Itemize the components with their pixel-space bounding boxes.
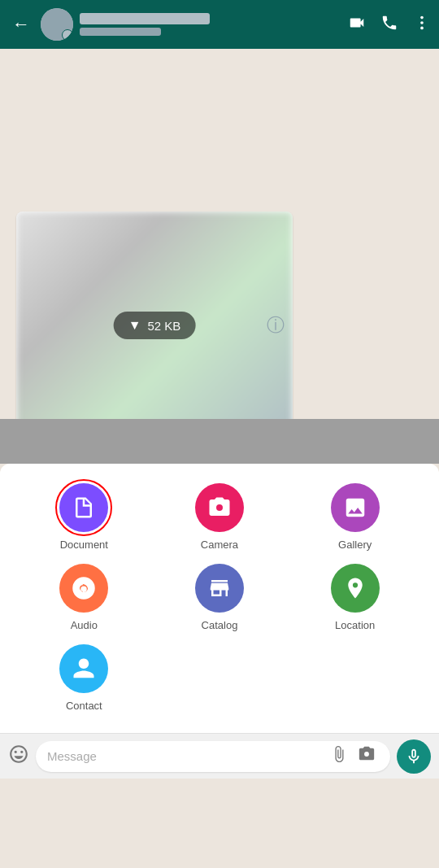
message-input-bar: Message <box>36 741 390 772</box>
attachment-item-contact[interactable]: Contact <box>16 644 152 712</box>
svg-point-2 <box>420 26 424 29</box>
mic-button[interactable] <box>397 739 431 774</box>
contact-name <box>80 13 210 24</box>
back-button[interactable]: ← <box>8 10 34 39</box>
download-arrow-icon: ▼ <box>128 318 141 333</box>
info-icon[interactable]: ⓘ <box>267 313 285 338</box>
catalog-icon-wrap <box>195 564 244 613</box>
voice-call-icon[interactable] <box>380 14 398 36</box>
attachment-item-gallery[interactable]: Gallery <box>287 483 423 551</box>
download-badge[interactable]: ▼ 52 KB <box>114 312 196 339</box>
camera-input-icon[interactable] <box>354 744 379 769</box>
document-icon-wrap <box>59 483 108 532</box>
emoji-button[interactable] <box>8 744 29 770</box>
gallery-label: Gallery <box>338 539 372 551</box>
video-call-icon[interactable] <box>348 14 366 36</box>
attachment-item-audio[interactable]: Audio <box>16 564 152 631</box>
bottom-bar: Message <box>0 733 439 779</box>
svg-point-1 <box>420 21 424 24</box>
download-size: 52 KB <box>147 319 180 333</box>
audio-icon-wrap <box>59 564 108 613</box>
svg-point-0 <box>420 15 424 19</box>
document-label: Document <box>60 539 108 551</box>
contact-status <box>80 28 161 36</box>
input-icons <box>327 744 379 769</box>
attachment-item-location[interactable]: Location <box>287 564 423 631</box>
audio-label: Audio <box>71 619 98 631</box>
gray-bar <box>0 419 439 464</box>
contact-info[interactable] <box>80 13 341 36</box>
avatar[interactable] <box>41 8 73 41</box>
message-placeholder[interactable]: Message <box>47 749 327 763</box>
attachment-grid: Document Camera Gallery Audio <box>16 483 423 712</box>
attachment-item-document[interactable]: Document <box>16 483 152 551</box>
location-label: Location <box>335 619 375 631</box>
contact-label: Contact <box>66 700 102 712</box>
camera-icon-wrap <box>195 483 244 532</box>
gallery-icon-wrap <box>331 483 380 532</box>
attachment-panel: Document Camera Gallery Audio <box>0 464 439 733</box>
attachment-item-catalog[interactable]: Catalog <box>152 564 288 631</box>
location-icon-wrap <box>331 564 380 613</box>
attachment-item-camera[interactable]: Camera <box>152 483 288 551</box>
avatar-badge <box>62 29 73 41</box>
chat-header: ← <box>0 0 439 49</box>
catalog-label: Catalog <box>202 619 238 631</box>
header-actions <box>348 14 431 36</box>
more-options-icon[interactable] <box>413 14 431 36</box>
contact-icon-wrap <box>59 644 108 693</box>
camera-label: Camera <box>201 539 238 551</box>
chat-area: ▼ 52 KB ⓘ 3:57 PM <box>0 49 439 464</box>
attach-icon[interactable] <box>327 744 351 769</box>
